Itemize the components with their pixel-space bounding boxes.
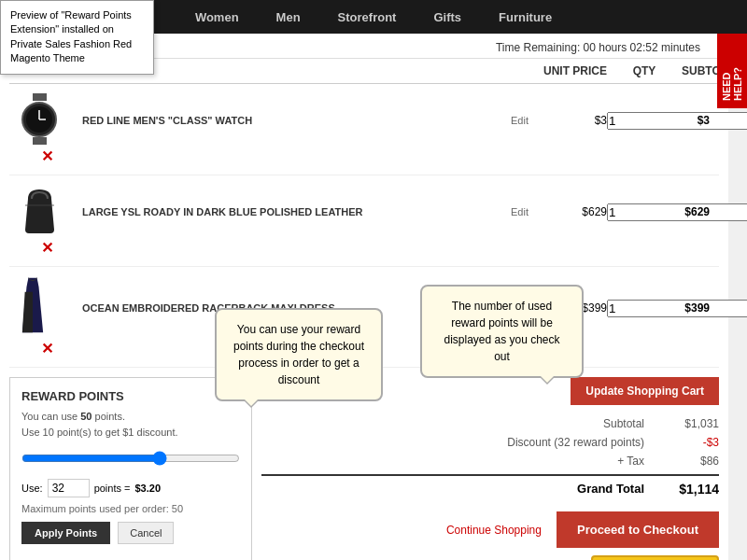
cancel-button[interactable]: Cancel [118,522,174,544]
header-qty: QTY [607,64,682,77]
item-name-watch: RED LINE MEN'S "CLASS" WATCH [75,115,458,126]
preview-tooltip: Preview of "Reward Points Extension" ins… [0,0,154,75]
dress-svg [19,276,47,337]
reward-discount-value: $3.20 [134,483,161,494]
grand-total-label: Grand Total [495,482,644,497]
item-price-watch: $3 [532,114,607,127]
reward-info: You can use 50 points. Use 10 point(s) t… [21,409,240,440]
table-row: LARGE YSL ROADY IN DARK BLUE POLISHED LE… [9,175,719,267]
header-unit-price: UNIT PRICE [532,64,607,77]
use-label: Use: [21,483,43,494]
continue-shopping-link[interactable]: Continue Shopping [446,524,542,537]
remove-x-icon[interactable]: ✕ [41,148,53,164]
item-edit-bag[interactable]: Edit [458,206,532,217]
reward-points-input[interactable] [48,479,90,497]
item-image-watch [19,93,75,147]
paypal-button[interactable]: Check out with PayPal The safer, easier … [591,555,719,560]
svg-rect-0 [33,93,47,101]
discount-value: -$3 [663,436,719,449]
reward-buttons: Apply Points Cancel [21,522,240,544]
subtotal-value: $1,031 [663,417,719,430]
tax-label: + Tax [495,455,644,468]
qty-input-watch[interactable] [607,112,747,130]
remove-x-icon[interactable]: ✕ [41,240,53,256]
qty-input-dress[interactable] [607,300,747,317]
item-subtotal-watch: $3 [682,114,710,127]
reward-points-available: 50 [80,411,92,422]
svg-rect-5 [33,137,47,145]
qty-input-bag[interactable] [607,203,747,221]
header-subtotal: SUBTOTAL [682,64,710,77]
paypal-section: Check out with PayPal The safer, easier … [261,555,719,560]
reward-title: REWARD POINTS [21,389,240,403]
nav-storefront[interactable]: Storefront [338,10,397,24]
nav-men[interactable]: Men [276,10,301,24]
update-cart-button[interactable]: Update Shopping Cart [571,377,719,405]
reward-max-label: Maximum points used per order: 50 [21,503,240,514]
nav-gifts[interactable]: Gifts [433,10,461,24]
nav-women[interactable]: Women [195,10,239,24]
time-remaining-label: Time Remaining: [496,41,580,54]
proceed-checkout-button[interactable]: Proceed to Checkout [557,511,719,548]
item-edit-watch[interactable]: Edit [458,115,532,126]
grand-total-value: $1,114 [663,482,719,497]
item-qty-dress[interactable] [607,300,682,317]
main-content: Time Remaining: 00 hours 02:52 minutes U… [0,34,728,560]
watch-svg [19,93,61,145]
discount-row: Discount (32 reward points) -$3 [261,433,719,452]
need-help-sidebar[interactable]: NEED HELP? [717,34,747,108]
item-image-dress [19,276,75,340]
item-qty-bag[interactable] [607,203,682,221]
item-subtotal-dress: $399 [682,301,710,315]
table-row: RED LINE MEN'S "CLASS" WATCH Edit $3 $3 … [9,84,719,175]
item-price-bag: $629 [532,205,607,218]
subtotal-row: Subtotal $1,031 [261,414,719,433]
tax-row: + Tax $86 [261,452,719,470]
equals-label: points = [94,483,131,494]
subtotal-label: Subtotal [495,417,644,430]
nav-furniture[interactable]: Furniture [499,10,552,24]
item-image-bag [19,185,75,239]
tax-value: $86 [663,455,719,468]
apply-points-button[interactable]: Apply Points [21,522,110,544]
preview-tooltip-text: Preview of "Reward Points Extension" ins… [10,9,132,63]
item-remove-bag[interactable]: ✕ [19,239,75,257]
discount-label: Discount (32 reward points) [495,436,644,449]
item-remove-dress[interactable]: ✕ [19,340,75,357]
grand-total-row: Grand Total $1,114 [261,474,719,502]
reward-use-row: Use: points = $3.20 [21,479,240,497]
reward-slider[interactable] [21,451,240,466]
item-qty-watch[interactable] [607,112,682,130]
summary-rows: Subtotal $1,031 Discount (32 reward poin… [261,414,719,502]
time-remaining-value: 00 hours 02:52 minutes [584,41,700,54]
remove-x-icon[interactable]: ✕ [41,341,53,357]
checkout-actions: Continue Shopping Proceed to Checkout [261,511,719,548]
bag-svg [19,185,61,236]
reward-points-panel: REWARD POINTS You can use 50 points. Use… [9,377,252,560]
summary-panel: Update Shopping Cart Subtotal $1,031 Dis… [261,377,719,560]
bubble-reward-use: You can use your reward points during th… [215,308,383,401]
item-subtotal-bag: $629 [682,205,710,218]
item-remove-watch[interactable]: ✕ [19,147,75,165]
bubble-reward-display: The number of used reward points will be… [420,285,584,378]
item-name-bag: LARGE YSL ROADY IN DARK BLUE POLISHED LE… [75,206,458,217]
